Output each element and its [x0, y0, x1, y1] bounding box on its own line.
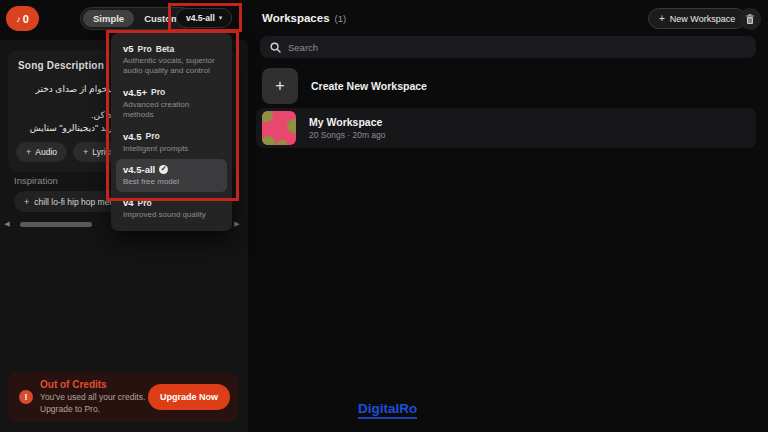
new-workspace-button[interactable]: + New Workspace [648, 8, 746, 29]
model-description: Improved sound quality [123, 210, 220, 220]
model-tag: Pro [146, 131, 160, 141]
model-name: v4.5+ [123, 87, 147, 98]
model-option-v4-pro[interactable]: v4 Pro Improved sound quality [116, 192, 227, 225]
model-description: Authentic vocals, superior audio quality… [123, 56, 220, 77]
plus-icon: + [83, 147, 88, 157]
add-audio-label: Audio [35, 147, 57, 157]
model-selector-button[interactable]: v4.5-all ▾ [176, 8, 232, 28]
workspace-name: My Workspace [309, 116, 386, 128]
plus-icon: + [262, 68, 298, 104]
music-note-icon: ♪ [16, 14, 21, 24]
credits-indicator[interactable]: ♪ 0 [6, 6, 39, 31]
credits-message-line1: You've used all your credits. [40, 392, 148, 403]
selected-check-icon: ✓ [159, 165, 168, 174]
out-of-credits-title: Out of Credits [40, 379, 148, 390]
credits-message-line2: Upgrade to Pro. [40, 404, 148, 415]
create-workspace-label: Create New Workspace [311, 80, 427, 92]
model-name: v4.5-all [123, 164, 155, 175]
model-option-v45-pro[interactable]: v4.5 Pro Intelligent prompts [116, 126, 227, 159]
model-option-v45plus-pro[interactable]: v4.5+ Pro Advanced creation methods [116, 82, 227, 126]
scrollbar-thumb[interactable] [20, 222, 92, 227]
model-name: v4 [123, 197, 134, 208]
workspace-row-texts: My Workspace 20 Songs · 20m ago [309, 116, 386, 140]
add-audio-button[interactable]: + Audio [16, 142, 67, 162]
model-description: Advanced creation methods [123, 100, 220, 121]
model-option-v45-all[interactable]: v4.5-all ✓ Best free model [116, 159, 227, 192]
model-description: Best free model [123, 177, 220, 187]
workspace-thumbnail [262, 111, 296, 145]
model-beta-badge: Beta [156, 44, 174, 54]
inspiration-label: Inspiration [14, 175, 58, 186]
model-tag: Pro [138, 44, 152, 54]
workspace-search [260, 36, 756, 58]
model-name: v5 [123, 43, 134, 54]
model-tag: Pro [151, 87, 165, 97]
delete-workspace-button[interactable] [739, 8, 761, 30]
search-icon [270, 42, 281, 53]
workspace-list-item[interactable]: My Workspace 20 Songs · 20m ago [256, 108, 756, 148]
description-actions: + Audio + Lyrics [16, 142, 124, 162]
model-option-v5-pro-beta[interactable]: v5 Pro Beta Authentic vocals, superior a… [116, 38, 227, 82]
plus-icon: + [24, 197, 29, 207]
model-dropdown-menu: v5 Pro Beta Authentic vocals, superior a… [111, 33, 232, 231]
warning-icon: ! [19, 390, 33, 404]
out-of-credits-banner: ! Out of Credits You've used all your cr… [8, 372, 238, 422]
chevron-down-icon: ▾ [219, 14, 223, 22]
plus-icon: + [659, 13, 665, 24]
new-workspace-label: New Workspace [670, 14, 735, 24]
workspace-meta: 20 Songs · 20m ago [309, 130, 386, 140]
create-new-workspace-row[interactable]: + Create New Workspace [256, 66, 756, 106]
workspaces-title: Workspaces [262, 12, 330, 24]
workspaces-count: (1) [335, 13, 347, 24]
credits-count: 0 [23, 13, 29, 25]
model-selector-value: v4.5-all [186, 13, 215, 23]
model-description: Intelligent prompts [123, 144, 220, 154]
plus-icon: + [26, 147, 31, 157]
workspaces-header: Workspaces (1) [262, 12, 346, 24]
upgrade-now-button[interactable]: Upgrade Now [148, 384, 230, 410]
scroll-left-icon[interactable]: ◀ [2, 220, 12, 228]
tab-simple[interactable]: Simple [83, 10, 134, 27]
app-window: ♪ 0 Simple Custom v4.5-all ▾ Song Descri… [0, 0, 768, 432]
banner-texts: Out of Credits You've used all your cred… [40, 379, 148, 414]
scroll-right-icon[interactable]: ▶ [232, 220, 242, 228]
search-input[interactable] [288, 42, 746, 53]
digitalro-watermark[interactable]: DigitalRo [358, 401, 417, 419]
trash-icon [745, 14, 755, 25]
model-name: v4.5 [123, 131, 142, 142]
model-tag: Pro [138, 198, 152, 208]
